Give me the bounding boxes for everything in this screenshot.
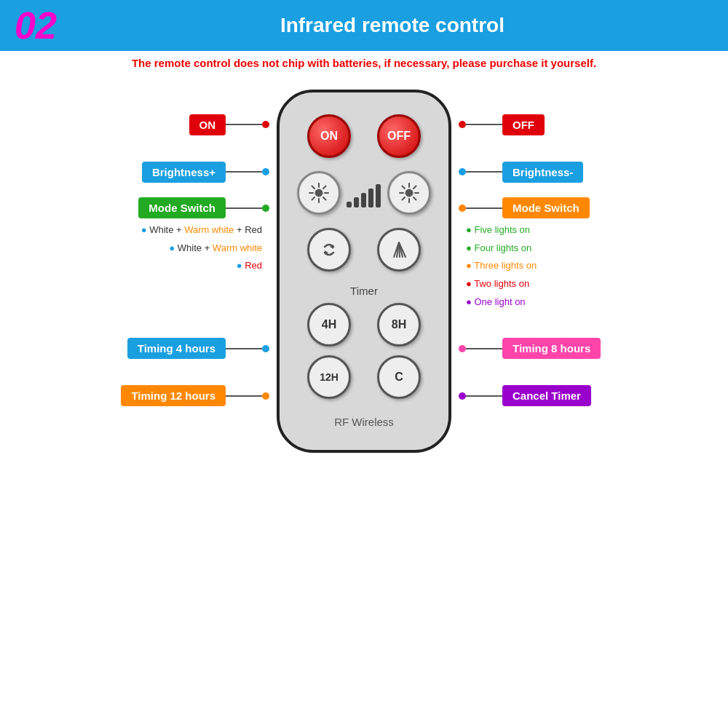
svg-point-0 (315, 189, 323, 197)
signal-bar-1 (347, 202, 352, 207)
mode-switch-left-badge-row: Mode Switch (102, 197, 269, 218)
brightness-plus-connector (226, 171, 262, 173)
signal-bar-4 (368, 189, 373, 207)
svg-line-6 (323, 197, 326, 200)
timing-8h-connector (466, 348, 502, 349)
timing-12h-dot (262, 392, 269, 400)
on-connector (226, 124, 262, 125)
timing-8h-badge: Timing 8 hours (502, 338, 601, 359)
brightness-minus-connector (466, 171, 502, 173)
header: 02 Infrared remote control (0, 0, 728, 51)
on-off-row: ON OFF (294, 114, 434, 158)
cancel-timer-badge: Cancel Timer (502, 385, 591, 406)
mode-lights-info: ● Five lights on ● Four lights on ● Thre… (459, 221, 537, 311)
remote-wrap: ON OFF (269, 82, 459, 453)
cancel-timer-row: Cancel Timer (459, 372, 591, 419)
brightness-minus-badge: Brightness- (502, 162, 583, 183)
on-dot (262, 121, 269, 128)
on-label-row: ON (102, 103, 269, 146)
svg-line-8 (312, 197, 315, 200)
svg-line-14 (402, 186, 405, 189)
timer-section: Timer 4H 8H 12H C (294, 285, 434, 399)
timing-12h-connector (226, 395, 262, 397)
mode-arrows-icon (319, 240, 339, 260)
timing-4h-dot (262, 345, 269, 352)
main-content: ON Brightness+ Mode Switch ● White + War… (0, 75, 728, 724)
mode-switch-left-button[interactable] (307, 228, 351, 272)
warning-text: The remote control does not chip with ba… (0, 51, 728, 75)
4h-button[interactable]: 4H (307, 303, 351, 347)
mode-switch-right-button[interactable] (377, 228, 421, 272)
sun-icon-left (308, 182, 330, 204)
off-button[interactable]: OFF (377, 114, 421, 158)
mode-switch-right-row: Mode Switch ● Five lights on ● Four ligh… (459, 197, 590, 325)
timer-top-row: 4H 8H (294, 303, 434, 347)
mode-switch-left-connector (226, 207, 262, 209)
brightness-plus-badge: Brightness+ (142, 162, 226, 183)
mode-info: ● White + Warm white + Red ● White + War… (141, 221, 269, 275)
timing-12h-row: Timing 12 hours (102, 372, 269, 419)
timing-4h-badge: Timing 4 hours (127, 338, 226, 359)
cancel-timer-connector (466, 395, 502, 397)
brightness-plus-row: Brightness+ (102, 146, 269, 197)
on-button[interactable]: ON (307, 114, 351, 158)
off-badge: OFF (502, 114, 545, 135)
mode-switch-left-row: Mode Switch ● White + Warm white + Red ●… (102, 197, 269, 325)
mode-switch-right-dot (459, 205, 466, 212)
svg-line-7 (323, 186, 326, 189)
off-dot (459, 121, 466, 128)
svg-line-17 (402, 197, 405, 200)
off-connector (466, 124, 502, 125)
off-label-row: OFF (459, 103, 545, 146)
svg-line-15 (414, 197, 416, 200)
timing-4h-row: Timing 4 hours (102, 325, 269, 372)
8h-button[interactable]: 8H (377, 303, 421, 347)
signal-bars (347, 178, 381, 207)
mode-row (294, 228, 434, 272)
svg-line-5 (312, 186, 315, 189)
sun-icon-right (398, 182, 420, 204)
header-title: Infrared remote control (71, 14, 713, 37)
signal-bar-3 (361, 193, 366, 207)
rf-label: RF Wireless (334, 416, 394, 428)
timer-label: Timer (294, 285, 434, 297)
12h-button[interactable]: 12H (307, 355, 351, 399)
brightness-plus-button[interactable] (297, 171, 341, 215)
mode-switch-left-badge: Mode Switch (138, 197, 226, 218)
timer-bottom-row: 12H C (294, 355, 434, 399)
svg-line-16 (414, 186, 416, 189)
timing-4h-connector (226, 348, 262, 349)
on-badge: ON (189, 114, 226, 135)
cancel-button[interactable]: C (377, 355, 421, 399)
header-number: 02 (15, 7, 57, 44)
timing-8h-row: Timing 8 hours (459, 325, 601, 372)
fan-icon (389, 240, 409, 260)
timing-8h-dot (459, 345, 466, 352)
mode-switch-right-badge: Mode Switch (502, 197, 590, 218)
brightness-minus-button[interactable] (387, 171, 431, 215)
timing-12h-badge: Timing 12 hours (121, 385, 226, 406)
mode-switch-right-badge-row: Mode Switch (459, 197, 590, 218)
signal-bar-5 (376, 184, 381, 207)
cancel-timer-dot (459, 392, 466, 400)
brightness-row (294, 171, 434, 215)
left-section: ON Brightness+ Mode Switch ● White + War… (102, 82, 269, 419)
remote-body: ON OFF (277, 90, 451, 453)
svg-point-9 (405, 189, 413, 197)
brightness-plus-dot (262, 168, 269, 175)
right-section: OFF Brightness- Mode Switch ● Five light… (459, 82, 626, 419)
mode-switch-left-dot (262, 205, 269, 212)
signal-bar-2 (354, 197, 359, 207)
mode-switch-right-connector (466, 207, 502, 209)
brightness-minus-row: Brightness- (459, 146, 583, 197)
brightness-minus-dot (459, 168, 466, 175)
